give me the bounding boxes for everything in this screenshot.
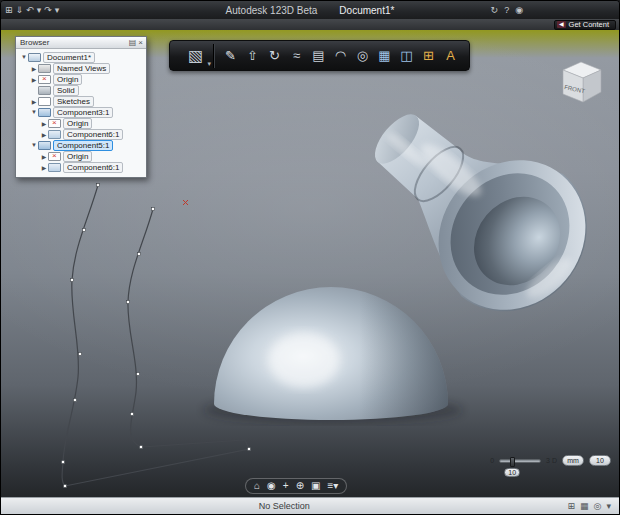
grid-max-label: 3 D [546, 457, 557, 464]
tree-item-origin-2[interactable]: ▶ Origin [18, 118, 144, 128]
sync-icon[interactable]: ↻ [491, 3, 499, 17]
collapse-arrow-icon[interactable]: ◀ [557, 21, 566, 28]
grid-scale-slider[interactable] [499, 459, 541, 463]
app-window: ⊞⇓↶▾↷▾ Autodesk 123D Beta Document1* ↻?◉… [0, 0, 620, 515]
tree-item-component6-1a[interactable]: ▶ Component6:1 [18, 129, 144, 139]
view-cube[interactable]: FRONT [555, 54, 607, 106]
tree-item-component6-1b[interactable]: ▶ Component6:1 [18, 162, 144, 172]
orbit-icon[interactable]: ◉ [267, 479, 276, 493]
snap-toggle-icon[interactable]: ⊞ [568, 501, 576, 511]
tree-item-label[interactable]: Sketches [53, 96, 94, 107]
browser-tree: ▼ Document1* ▶ Named Views ▶ Origin [16, 49, 146, 177]
fillet-icon[interactable]: ◠ [330, 44, 351, 68]
tree-item-icon [48, 152, 61, 161]
tree-item-icon [48, 163, 61, 172]
expand-arrow-icon[interactable]: ▶ [30, 76, 38, 83]
sketch-profile[interactable] [62, 185, 249, 486]
expand-arrow-icon[interactable]: ▼ [20, 54, 28, 60]
document-title: Document1* [339, 5, 394, 16]
app-menu-icon[interactable]: ⊞ [5, 3, 13, 17]
tree-item-icon [48, 130, 61, 139]
fit-view-icon[interactable]: ▣ [311, 479, 320, 493]
tree-item-label[interactable]: Component6:1 [63, 129, 123, 140]
browser-panel-title: Browser [16, 38, 129, 47]
tree-item-label[interactable]: Origin [53, 74, 82, 85]
expand-arrow-icon[interactable]: ▶ [30, 98, 38, 105]
tree-item-icon [38, 86, 51, 95]
undo-icon[interactable]: ↶ [26, 3, 34, 17]
account-icon[interactable]: ◉ [515, 3, 523, 17]
undo-dropdown-icon[interactable]: ▾ [37, 3, 42, 17]
expand-arrow-icon[interactable]: ▶ [40, 164, 48, 171]
text-icon[interactable]: A [440, 44, 461, 68]
window-title: Autodesk 123D Beta Document1* [226, 5, 395, 16]
tree-item-component5-1[interactable]: ▼ Component5:1 [18, 140, 144, 150]
tree-item-solid[interactable]: Solid [18, 85, 144, 95]
sketch-constraint-marker [183, 200, 188, 205]
combine-icon[interactable]: ◫ [396, 44, 417, 68]
shell-icon[interactable]: ◎ [352, 44, 373, 68]
tree-item-sketches[interactable]: ▶ Sketches [18, 96, 144, 106]
visibility-toggle-icon[interactable]: ◎ [594, 501, 602, 511]
home-icon[interactable]: ⌂ [254, 479, 260, 493]
loft-icon[interactable]: ▤ [308, 44, 329, 68]
redo-dropdown-icon[interactable]: ▾ [55, 3, 60, 17]
sweep-icon[interactable]: ≈ [286, 44, 307, 68]
dome-solid[interactable] [214, 287, 448, 420]
browser-close-icon[interactable]: × [138, 38, 143, 48]
grid-toggle-icon[interactable]: ▦ [580, 501, 589, 511]
redo-icon[interactable]: ↷ [44, 3, 52, 17]
measure-icon[interactable]: ⊞ [418, 44, 439, 68]
get-content-label: Get Content [569, 20, 609, 29]
browser-panel-controls: ▤× [129, 38, 146, 48]
expand-arrow-icon[interactable]: ▶ [40, 153, 48, 160]
tree-item-icon [38, 141, 51, 150]
browser-pin-icon[interactable]: ▤ [129, 38, 137, 48]
funnel-solid[interactable] [367, 107, 616, 340]
get-content-button[interactable]: ◀ Get Content [554, 20, 616, 30]
save-icon[interactable]: ⇓ [16, 3, 24, 17]
expand-arrow-icon[interactable]: ▼ [30, 142, 38, 148]
tree-item-label[interactable]: Origin [63, 118, 92, 129]
tree-item-label[interactable]: Component5:1 [53, 140, 113, 151]
tree-item-component3-1[interactable]: ▼ Component3:1 [18, 107, 144, 117]
tree-item-label[interactable]: Origin [63, 151, 92, 162]
units-button[interactable]: mm [562, 455, 584, 466]
sketch-icon[interactable]: ✎ [220, 44, 241, 68]
selection-status-text: No Selection [1, 501, 568, 511]
tree-item-label[interactable]: Solid [53, 85, 79, 96]
nav-menu-icon[interactable]: ≡▾ [327, 479, 338, 493]
grid-scale-handle[interactable] [510, 457, 515, 467]
pattern-icon[interactable]: ▦ [374, 44, 395, 68]
tree-item-label[interactable]: Named Views [53, 63, 110, 74]
revolve-icon[interactable]: ↻ [264, 44, 285, 68]
browser-panel: Browser ▤× ▼ Document1* ▶ Named Views ▶ [15, 36, 147, 178]
tree-item-label[interactable]: Document1* [43, 52, 95, 63]
sketch-base-lines [65, 440, 249, 486]
expand-arrow-icon[interactable]: ▼ [30, 109, 38, 115]
tree-item-label[interactable]: Component6:1 [63, 162, 123, 173]
pan-icon[interactable]: + [283, 479, 289, 493]
tree-item-document1[interactable]: ▼ Document1* [18, 52, 144, 62]
expand-arrow-icon[interactable]: ▶ [30, 65, 38, 72]
titlebar-right-icons: ↻?◉ [394, 3, 619, 17]
app-title: Autodesk 123D Beta [226, 5, 318, 16]
browser-panel-header[interactable]: Browser ▤× [16, 37, 146, 49]
expand-arrow-icon[interactable]: ▶ [40, 131, 48, 138]
statusbar-icons: ⊞▦◎▾ [568, 501, 619, 511]
zoom-icon[interactable]: ⊕ [296, 479, 304, 493]
tree-item-label[interactable]: Component3:1 [53, 107, 113, 118]
3d-viewport[interactable]: ▧✎⇧↻≈▤◠◎▦◫⊞A Browser ▤× ▼ Document1* ▶ [1, 30, 619, 497]
units-dropdown-icon[interactable]: ▾ [606, 501, 611, 511]
tree-item-origin-1[interactable]: ▶ Origin [18, 74, 144, 84]
primitives-menu-icon[interactable]: ▧ [178, 44, 214, 68]
tree-item-named-views[interactable]: ▶ Named Views [18, 63, 144, 73]
units-widget: 0 3 D mm 10 10 [490, 455, 611, 477]
tree-item-origin-3[interactable]: ▶ Origin [18, 151, 144, 161]
expand-arrow-icon[interactable]: ▶ [40, 120, 48, 127]
quick-access-toolbar: ⊞⇓↶▾↷▾ [1, 3, 226, 17]
extrude-icon[interactable]: ⇧ [242, 44, 263, 68]
help-icon[interactable]: ? [504, 3, 509, 17]
grid-size-button[interactable]: 10 [589, 455, 611, 466]
ribbon-strip: ◀ Get Content [1, 19, 619, 30]
